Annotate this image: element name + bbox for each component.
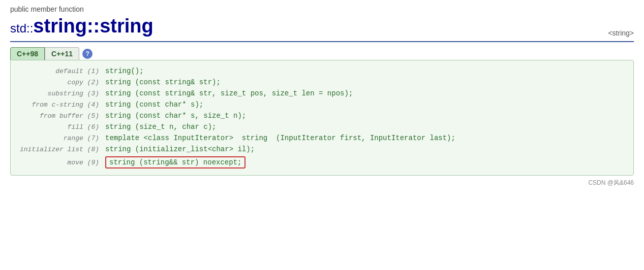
table-row: default (1) string(); xyxy=(19,65,625,77)
table-row-move: move (9) string (string&& str) noexcept; xyxy=(19,155,625,170)
row-code: string (const char* s); xyxy=(105,100,203,109)
std-prefix: std:: xyxy=(10,21,33,35)
row-code: template <class InputIterator> string (I… xyxy=(105,134,455,142)
string-header: <string> xyxy=(608,29,634,37)
row-label: default (1) xyxy=(19,68,105,75)
row-code: string (const string& str); xyxy=(105,78,221,86)
tab-cpp11[interactable]: C++11 xyxy=(45,47,79,60)
watermark: CSDN @风&646 xyxy=(10,179,634,187)
table-row: fill (6) string (size_t n, char c); xyxy=(19,121,625,132)
table-row: copy (2) string (const string& str); xyxy=(19,77,625,88)
code-box: default (1) string(); copy (2) string (c… xyxy=(10,60,634,176)
table-row: initializer list (8) string (initializer… xyxy=(19,144,625,155)
row-label: fill (6) xyxy=(19,123,105,131)
row-code: string(); xyxy=(105,67,144,75)
row-label: from buffer (5) xyxy=(19,112,105,120)
row-code: string (initializer_list<char> il); xyxy=(105,145,255,153)
table-row: from c-string (4) string (const char* s)… xyxy=(19,99,625,110)
row-label: initializer list (8) xyxy=(19,146,105,153)
move-highlighted: string (string&& str) noexcept; xyxy=(105,156,246,168)
row-label: from c-string (4) xyxy=(19,101,105,109)
title-text: string::string xyxy=(33,15,153,37)
table-row: from buffer (5) string (const char* s, s… xyxy=(19,110,625,121)
row-code-move: string (string&& str) noexcept; xyxy=(105,156,246,168)
row-label-move: move (9) xyxy=(19,159,105,166)
row-code: string (const string& str, size_t pos, s… xyxy=(105,89,353,97)
row-code: string (size_t n, char c); xyxy=(105,123,216,131)
tab-cpp98[interactable]: C++98 xyxy=(10,47,45,60)
row-code: string (const char* s, size_t n); xyxy=(105,112,246,120)
tab-bar: C++98 C++11 ? xyxy=(10,47,634,60)
page-title: std::string::string xyxy=(10,15,154,37)
title-area: std::string::string <string> xyxy=(10,15,634,42)
row-label: range (7) xyxy=(19,134,105,142)
row-label: copy (2) xyxy=(19,79,105,86)
table-row: range (7) template <class InputIterator>… xyxy=(19,132,625,144)
row-label: substring (3) xyxy=(19,90,105,97)
table-row: substring (3) string (const string& str,… xyxy=(19,88,625,99)
help-icon[interactable]: ? xyxy=(82,49,93,59)
public-member-label: public member function xyxy=(10,5,634,13)
